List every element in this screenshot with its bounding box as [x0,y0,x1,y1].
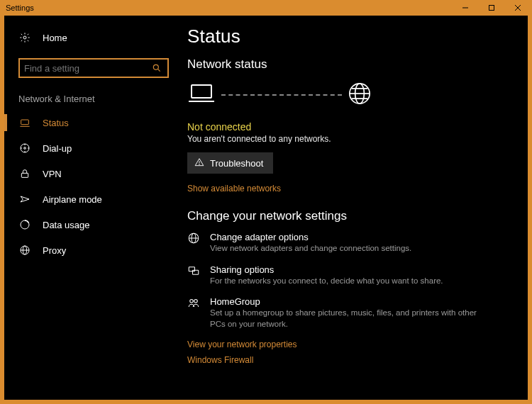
svg-point-26 [199,164,200,164]
search-input[interactable] [18,58,169,78]
warning-icon [194,157,204,169]
maximize-button[interactable] [478,0,504,16]
svg-rect-20 [192,85,211,98]
sidebar-item-label: Dial-up [43,143,72,154]
sidebar-item-proxy[interactable]: Proxy [4,237,177,263]
sidebar: Home Network & Internet Status [4,16,177,400]
change-settings-header: Change your network settings [187,209,512,223]
dialup-icon [18,142,31,155]
category-header: Network & Internet [4,78,177,110]
sidebar-item-label: VPN [43,169,62,179]
sidebar-item-status[interactable]: Status [4,110,177,135]
sharing-icon [187,264,200,277]
datausage-icon [18,218,31,231]
option-homegroup[interactable]: HomeGroup Set up a homegroup to share pi… [187,296,485,330]
page-title: Status [187,26,512,47]
laptop-icon [187,82,216,108]
homegroup-icon [187,296,200,309]
troubleshoot-button[interactable]: Troubleshoot [187,152,273,174]
sidebar-item-dialup[interactable]: Dial-up [4,135,177,161]
svg-point-10 [24,147,26,150]
svg-point-5 [153,64,158,69]
svg-point-4 [23,36,26,39]
svg-rect-31 [193,270,199,274]
home-button[interactable]: Home [4,26,177,50]
globe-icon [348,82,372,108]
status-subtext: You aren't connected to any networks. [187,134,512,144]
close-button[interactable] [504,0,531,16]
svg-rect-30 [189,266,194,271]
sidebar-nav: Status Dial-up VPN [4,110,177,263]
titlebar: Settings [0,0,532,16]
client-area: Home Network & Internet Status [4,16,528,400]
option-adapter[interactable]: Change adapter options View network adap… [187,232,485,254]
home-label: Home [43,33,67,43]
option-label: HomeGroup [210,296,485,307]
window-title: Settings [6,4,34,12]
adapter-icon [187,232,200,245]
option-desc: View network adapters and change connect… [210,243,411,254]
svg-rect-7 [21,120,29,125]
vpn-icon [18,167,31,180]
connection-line [221,94,342,96]
sidebar-item-label: Data usage [43,220,90,230]
search-icon [150,62,163,74]
search-field[interactable] [24,63,150,74]
option-sharing[interactable]: Sharing options For the networks you con… [187,264,485,287]
troubleshoot-label: Troubleshoot [210,158,263,169]
minimize-button[interactable] [452,0,478,16]
sidebar-item-datausage[interactable]: Data usage [4,212,177,237]
option-desc: For the networks you connect to, decide … [210,276,443,287]
status-icon [18,116,31,129]
airplane-icon [18,193,31,206]
svg-point-33 [194,300,198,303]
svg-point-32 [190,300,194,303]
svg-rect-15 [21,173,28,177]
option-desc: Set up a homegroup to share pictures, mu… [210,308,485,330]
sidebar-item-label: Proxy [43,245,66,256]
sidebar-item-vpn[interactable]: VPN [4,161,177,186]
status-heading: Not connected [187,121,512,133]
view-properties-link[interactable]: View your network properties [187,340,512,349]
firewall-link[interactable]: Windows Firewall [187,355,512,365]
sidebar-item-airplane[interactable]: Airplane mode [4,186,177,212]
option-label: Change adapter options [210,232,411,242]
window-frame: Settings Home Networ [0,0,532,404]
network-diagram [187,82,512,108]
svg-line-6 [157,69,160,71]
sidebar-item-label: Status [43,118,69,128]
option-label: Sharing options [210,264,443,275]
show-networks-link[interactable]: Show available networks [187,184,512,193]
gear-icon [18,31,31,44]
main-panel: Status Network status Not connected You … [177,16,528,400]
section-title: Network status [187,57,512,72]
sidebar-item-label: Airplane mode [43,194,102,205]
proxy-icon [18,244,31,257]
svg-rect-1 [489,6,494,11]
